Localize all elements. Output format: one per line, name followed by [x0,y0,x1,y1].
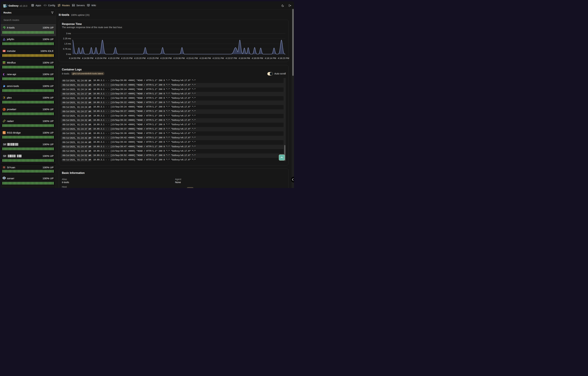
svg-text:4:15:51 PM: 4:15:51 PM [213,57,224,60]
svg-text:0 ms: 0 ms [66,53,71,55]
svg-text:4:15:30 PM: 4:15:30 PM [160,57,172,60]
svg-text:4:16:14 PM: 4:16:14 PM [265,57,276,60]
svg-text:4:15:15 PM: 4:15:15 PM [121,57,132,60]
svg-text:4:15:10 PM: 4:15:10 PM [108,57,119,60]
svg-text:4:15:25 PM: 4:15:25 PM [147,57,159,60]
svg-text:4:15:46 PM: 4:15:46 PM [200,57,211,60]
svg-text:rss: rss [3,132,5,133]
svg-text:Bridge: Bridge [3,133,6,134]
svg-text:4:16:23 PM: 4:16:23 PM [278,57,289,60]
svg-text:4:14:53 PM: 4:14:53 PM [69,57,80,60]
svg-text:4:15:36 PM: 4:15:36 PM [173,57,185,60]
svg-text:4:15:57 PM: 4:15:57 PM [226,57,237,60]
svg-text:3 ms: 3 ms [66,32,71,35]
svg-text:4:15:41 PM: 4:15:41 PM [186,57,198,60]
svg-text:4:15:20 PM: 4:15:20 PM [134,57,146,60]
svg-text:2.25 ms: 2.25 ms [63,37,71,40]
svg-text:4:15:04 PM: 4:15:04 PM [95,57,106,60]
svg-text:4:14:59 PM: 4:14:59 PM [82,57,93,60]
svg-text:4:16:04 PM: 4:16:04 PM [239,57,250,60]
svg-text:1.5 ms: 1.5 ms [64,42,71,45]
svg-text:4:16:09 PM: 4:16:09 PM [252,57,263,60]
svg-text:0.75 ms: 0.75 ms [63,48,71,50]
